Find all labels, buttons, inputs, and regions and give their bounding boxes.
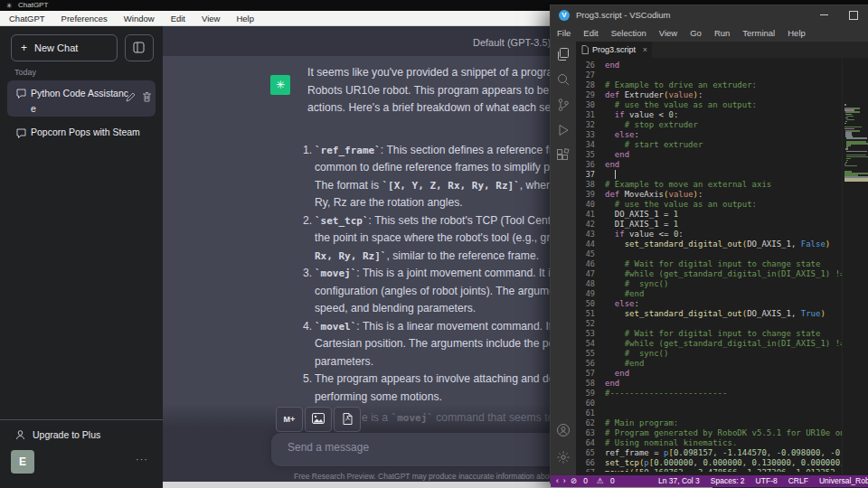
minimap-line xyxy=(844,104,846,106)
code-line-36[interactable]: 36end xyxy=(576,157,842,167)
extensions-icon[interactable] xyxy=(556,148,571,163)
chatgpt-sidebar: +New Chat Today Python Code Assistance P… xyxy=(0,26,163,488)
sidebar-item-popcorn-pops-with-steam[interactable]: Popcorn Pops with Steam xyxy=(7,120,156,145)
code-line-32[interactable]: 32 # stop extruder xyxy=(576,117,842,127)
explorer-icon[interactable] xyxy=(556,47,571,61)
code-line-65[interactable]: 65ref_frame = p[0.098157, -1.144570, -0.… xyxy=(576,446,842,455)
code-editor[interactable]: 26end2728# Example to drive an extruder:… xyxy=(576,58,868,475)
tab-prog3-script[interactable]: Prog3.script × xyxy=(576,42,652,58)
code-line-38[interactable]: 38# Example to move an external axis xyxy=(576,177,842,187)
menu-item-go[interactable]: Go xyxy=(684,28,708,38)
menu-item-terminal[interactable]: Terminal xyxy=(736,28,781,38)
menu-item-edit[interactable]: Edit xyxy=(577,28,604,38)
ellipsis-icon[interactable]: ··· xyxy=(136,454,148,465)
code-line-53[interactable]: 53 # Wait for digital input to change st… xyxy=(576,326,842,336)
code-line-66[interactable]: 66set_tcp(p[0.000000, 0.000000, 0.130000… xyxy=(576,455,842,465)
menu-item-chatgpt[interactable]: ChatGPT xyxy=(9,14,45,23)
status-encoding[interactable]: UTF-8 xyxy=(756,476,778,485)
minimap[interactable] xyxy=(842,58,868,475)
pencil-icon[interactable] xyxy=(125,91,137,103)
list-marker: 1. xyxy=(303,142,312,160)
nav-back-icon[interactable]: ‹ xyxy=(556,476,559,485)
code-line-61[interactable]: 61 xyxy=(576,406,842,416)
menu-item-view[interactable]: View xyxy=(202,14,220,23)
code-line-47[interactable]: 47 #while (get_standard_digital_in(DI_AX… xyxy=(576,267,842,277)
desktop: ✳ ChatGPT ChatGPTPreferencesWindowEditVi… xyxy=(0,0,868,488)
code-line-67[interactable]: 67movej([59.168763, -3.478566, 1.327306,… xyxy=(576,465,842,472)
code-line-28[interactable]: 28# Example to drive an extruder: xyxy=(576,78,842,88)
code-line-54[interactable]: 54 #while (get_standard_digital_in(DI_AX… xyxy=(576,336,842,346)
account-row[interactable]: E ··· xyxy=(0,448,163,481)
menu-item-view[interactable]: View xyxy=(653,28,684,38)
vscodium-logo-icon: V xyxy=(559,10,570,21)
code-line-42[interactable]: 42 DI_AXIS_1 = 1 xyxy=(576,217,842,227)
code-line-35[interactable]: 35 end xyxy=(576,147,842,157)
source-control-icon[interactable] xyxy=(556,98,571,112)
person-icon xyxy=(14,429,26,441)
account-icon[interactable] xyxy=(556,423,571,437)
chat-bubble-icon xyxy=(15,88,27,99)
system-window-title: ChatGPT xyxy=(18,0,48,11)
code-line-49[interactable]: 49 #end xyxy=(576,286,842,296)
code-line-46[interactable]: 46 # Wait for digital input to change st… xyxy=(576,257,842,267)
panel-toggle-icon xyxy=(133,42,145,53)
code-line-57[interactable]: 57 end xyxy=(576,366,842,376)
menu-item-help[interactable]: Help xyxy=(781,28,812,38)
menu-item-window[interactable]: Window xyxy=(124,14,155,23)
code-line-34[interactable]: 34 # start extruder xyxy=(576,137,842,147)
menu-item-help[interactable]: Help xyxy=(236,14,254,23)
nav-forward-icon[interactable]: › xyxy=(563,476,566,485)
avatar[interactable]: E xyxy=(11,450,34,474)
code-line-30[interactable]: 30 # use the value as an output: xyxy=(576,98,842,108)
footer-disclaimer: Free Research Preview. ChatGPT may produ… xyxy=(294,472,555,481)
code-line-26[interactable]: 26end xyxy=(576,58,842,68)
menu-item-run[interactable]: Run xyxy=(708,28,736,38)
status-indent[interactable]: Spaces: 2 xyxy=(711,476,745,485)
code-line-59[interactable]: 59#------------------------ xyxy=(576,386,842,396)
tab-close-icon[interactable]: × xyxy=(643,42,647,58)
sidebar-item-python-code-assistance[interactable]: Python Code Assistance xyxy=(7,80,156,117)
pdf-icon xyxy=(343,413,353,425)
model-label[interactable]: Default (GPT-3.5) xyxy=(473,37,551,48)
vscodium-window-title: Prog3.script - VSCodium xyxy=(576,10,671,20)
menu-item-preferences[interactable]: Preferences xyxy=(61,14,108,23)
code-line-56[interactable]: 56 #end xyxy=(576,356,842,366)
sidebar-item-label: Python Code Assistance xyxy=(31,86,128,113)
vscodium-title-bar[interactable]: V Prog3.script - VSCodium xyxy=(551,5,868,25)
code-line-40[interactable]: 40 # use the value as an output: xyxy=(576,197,842,207)
run-debug-icon[interactable] xyxy=(556,123,571,137)
status-line-col[interactable]: Ln 37, Col 3 xyxy=(658,476,700,485)
status-eol[interactable]: CRLF xyxy=(788,476,808,485)
pdf-export-button[interactable] xyxy=(334,407,361,432)
code-line-43[interactable]: 43 if value <= 0: xyxy=(576,227,842,237)
tab-label: Prog3.script xyxy=(592,42,636,58)
menu-item-file[interactable]: File xyxy=(551,28,577,38)
new-chat-button[interactable]: +New Chat xyxy=(11,34,118,61)
vscodium-window: V Prog3.script - VSCodium FileEditSelect… xyxy=(550,5,868,483)
menu-item-selection[interactable]: Selection xyxy=(605,28,653,38)
code-line-44[interactable]: 44 set_standard_digital_out(DO_AXIS_1, F… xyxy=(576,237,842,247)
minimize-button[interactable] xyxy=(820,14,828,15)
markdown-export-button[interactable]: M+ xyxy=(276,407,303,432)
error-icon: ⊘ xyxy=(571,476,577,485)
code-line-50[interactable]: 50 else: xyxy=(576,296,842,306)
new-chat-label: New Chat xyxy=(34,42,78,53)
sidebar-toggle-button[interactable] xyxy=(125,34,154,61)
error-count: 0 xyxy=(583,476,588,485)
code-line-58[interactable]: 58end xyxy=(576,376,842,386)
maximize-button[interactable] xyxy=(849,11,858,20)
search-icon[interactable] xyxy=(556,72,571,87)
menu-item-edit[interactable]: Edit xyxy=(171,14,185,23)
file-icon xyxy=(581,45,589,54)
trash-icon[interactable] xyxy=(141,91,153,103)
code-line-62[interactable]: 62# Main program: xyxy=(576,416,842,426)
vscodium-menu-bar: FileEditSelectionViewGoRunTerminalHelp xyxy=(551,25,868,42)
code-line-51[interactable]: 51 set_standard_digital_out(DO_AXIS_1, T… xyxy=(576,306,842,316)
settings-gear-icon[interactable] xyxy=(556,450,571,465)
code-line-33[interactable]: 33 else: xyxy=(576,127,842,137)
errors-indicator[interactable]: ⊘ 0 xyxy=(571,476,592,485)
warnings-indicator[interactable]: ⚠ 0 xyxy=(597,476,619,485)
status-language[interactable]: Universal_Robots xyxy=(819,476,868,485)
code-line-63[interactable]: 63# Program generated by RoboDK v5.5.1 f… xyxy=(576,426,842,436)
image-export-button[interactable] xyxy=(305,407,332,432)
